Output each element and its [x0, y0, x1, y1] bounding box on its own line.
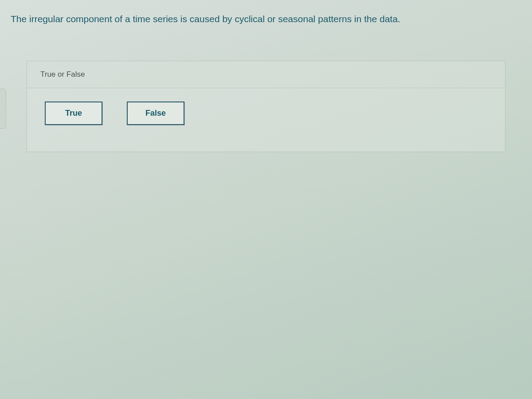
options-row: True False: [27, 88, 505, 152]
left-edge-tab: [0, 89, 6, 129]
question-prompt: The irregular component of a time series…: [0, 0, 532, 34]
false-button[interactable]: False: [127, 102, 184, 125]
answer-panel: True or False True False: [27, 61, 505, 152]
true-button[interactable]: True: [45, 102, 102, 125]
panel-header: True or False: [27, 61, 505, 88]
